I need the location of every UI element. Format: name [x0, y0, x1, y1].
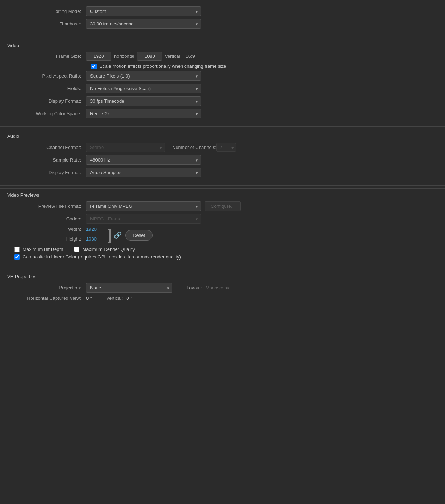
composite-label: Composite in Linear Color (requires GPU … [23, 254, 181, 260]
max-render-quality-label: Maximum Render Quality [82, 247, 135, 252]
timebase-select[interactable]: 30.00 frames/second [86, 19, 201, 29]
pixel-aspect-ratio-select-wrapper[interactable]: Square Pixels (1.0) [86, 71, 201, 81]
vr-properties-section: VR Properties Projection: None Layout: M… [0, 270, 445, 309]
codec-label: Codec: [7, 216, 86, 221]
audio-display-format-select-wrapper[interactable]: Audio Samples [86, 168, 201, 177]
num-channels-select: 2 [216, 143, 236, 152]
timebase-select-wrapper[interactable]: 30.00 frames/second [86, 19, 201, 29]
fields-label: Fields: [7, 86, 86, 91]
scale-motion-label: Scale motion effects proportionally when… [99, 64, 226, 69]
sample-rate-label: Sample Rate: [7, 157, 86, 163]
video-display-format-select-wrapper[interactable]: 30 fps Timecode [86, 96, 201, 106]
projection-select[interactable]: None [86, 283, 172, 293]
fields-select-wrapper[interactable]: No Fields (Progressive Scan) [86, 84, 201, 93]
composite-checkbox[interactable] [14, 254, 20, 260]
pixel-aspect-ratio-row: Pixel Aspect Ratio: Square Pixels (1.0) [7, 71, 438, 81]
width-height-row: Width: 1920 Height: 1080 ] 🔗 Reset [7, 227, 438, 243]
chain-icon: 🔗 [114, 231, 122, 239]
video-display-format-select[interactable]: 30 fps Timecode [86, 96, 201, 106]
editing-mode-row: Editing Mode: Custom [7, 6, 438, 16]
sample-rate-select[interactable]: 48000 Hz [86, 155, 201, 165]
frame-width-input[interactable] [86, 52, 111, 61]
frame-size-row: Frame Size: horizontal vertical 16:9 [7, 52, 438, 61]
video-section: Video Frame Size: horizontal vertical 16… [0, 39, 445, 127]
scale-motion-checkbox[interactable] [91, 64, 97, 69]
max-bit-depth-row: Maximum Bit Depth Maximum Render Quality [14, 247, 438, 252]
audio-section-title: Audio [7, 134, 438, 139]
top-section: Editing Mode: Custom Timebase: 30.00 fra… [0, 4, 445, 36]
link-group: ] 🔗 Reset [108, 228, 153, 242]
codec-select: MPEG I-Frame [86, 214, 201, 224]
max-bit-depth-checkbox[interactable] [14, 247, 20, 252]
codec-row: Codec: MPEG I-Frame [7, 214, 438, 224]
layout-value: Monoscopic [206, 285, 230, 290]
audio-display-format-select[interactable]: Audio Samples [86, 168, 201, 177]
max-render-quality-checkbox[interactable] [74, 247, 79, 252]
projection-label: Projection: [7, 285, 86, 290]
horizontal-captured-value: 0 ° [86, 295, 92, 301]
preview-file-format-select[interactable]: I-Frame Only MPEG [86, 201, 201, 211]
frame-height-input[interactable] [137, 52, 162, 61]
preview-file-format-label: Preview File Format: [7, 204, 86, 209]
video-display-format-label: Display Format: [7, 98, 86, 104]
video-previews-section: Video Previews Preview File Format: I-Fr… [0, 188, 445, 267]
vertical-label: Vertical: [106, 295, 123, 301]
fields-row: Fields: No Fields (Progressive Scan) [7, 84, 438, 93]
reset-button[interactable]: Reset [125, 230, 153, 241]
preview-height-row: Height: 1080 [7, 236, 104, 242]
horizontal-text: horizontal [114, 53, 134, 59]
preview-file-format-row: Preview File Format: I-Frame Only MPEG C… [7, 201, 438, 211]
working-color-space-row: Working Color Space: Rec. 709 [7, 109, 438, 118]
preview-file-format-select-wrapper[interactable]: I-Frame Only MPEG [86, 201, 201, 211]
aspect-ratio-text: 16:9 [186, 53, 195, 59]
configure-button: Configure... [205, 201, 241, 211]
video-previews-title: Video Previews [7, 192, 438, 198]
editing-mode-label: Editing Mode: [7, 9, 86, 14]
max-bit-depth-label: Maximum Bit Depth [23, 247, 63, 252]
audio-section: Audio Channel Format: Stereo Number of C… [0, 130, 445, 186]
channel-format-select: Stereo [86, 143, 165, 152]
channel-format-select-wrapper: Stereo [86, 143, 165, 152]
working-color-space-select[interactable]: Rec. 709 [86, 109, 201, 118]
working-color-space-label: Working Color Space: [7, 111, 86, 116]
working-color-space-select-wrapper[interactable]: Rec. 709 [86, 109, 201, 118]
preview-height-label: Height: [7, 236, 86, 242]
projection-row: Projection: None Layout: Monoscopic [7, 283, 438, 293]
projection-select-wrapper[interactable]: None [86, 283, 172, 293]
horizontal-captured-row: Horizontal Captured View: 0 ° Vertical: … [7, 295, 438, 301]
horizontal-captured-label: Horizontal Captured View: [7, 295, 86, 301]
scale-motion-row: Scale motion effects proportionally when… [91, 64, 438, 69]
preview-width-row: Width: 1920 [7, 227, 104, 232]
composite-linear-row: Composite in Linear Color (requires GPU … [14, 254, 438, 260]
editing-mode-select-wrapper[interactable]: Custom [86, 6, 201, 16]
pixel-aspect-ratio-select[interactable]: Square Pixels (1.0) [86, 71, 201, 81]
vertical-group: Vertical: 0 ° [106, 295, 132, 301]
preview-height-value: 1080 [86, 236, 104, 242]
timebase-label: Timebase: [7, 21, 86, 27]
video-display-format-row: Display Format: 30 fps Timecode [7, 96, 438, 106]
channel-format-label: Channel Format: [7, 145, 86, 150]
editing-mode-select[interactable]: Custom [86, 6, 201, 16]
video-section-title: Video [7, 43, 438, 48]
channel-format-row: Channel Format: Stereo Number of Channel… [7, 143, 438, 152]
vertical-value: 0 ° [126, 295, 132, 301]
bracket-icon: ] [108, 228, 112, 242]
preview-width-value: 1920 [86, 227, 104, 232]
settings-panel: Editing Mode: Custom Timebase: 30.00 fra… [0, 0, 445, 316]
audio-display-format-label: Display Format: [7, 170, 86, 175]
fields-select[interactable]: No Fields (Progressive Scan) [86, 84, 201, 93]
num-channels-label: Number of Channels: [172, 145, 216, 150]
vr-properties-title: VR Properties [7, 274, 438, 279]
sample-rate-select-wrapper[interactable]: 48000 Hz [86, 155, 201, 165]
timebase-row: Timebase: 30.00 frames/second [7, 19, 438, 29]
codec-select-wrapper: MPEG I-Frame [86, 214, 201, 224]
pixel-aspect-ratio-label: Pixel Aspect Ratio: [7, 73, 86, 79]
num-channels-select-wrapper: 2 [216, 143, 236, 152]
preview-width-label: Width: [7, 227, 86, 232]
sample-rate-row: Sample Rate: 48000 Hz [7, 155, 438, 165]
layout-group: Layout: Monoscopic [187, 285, 230, 290]
vertical-text: vertical [165, 53, 180, 59]
frame-size-label: Frame Size: [7, 53, 86, 59]
audio-display-format-row: Display Format: Audio Samples [7, 168, 438, 177]
layout-label: Layout: [187, 285, 202, 290]
